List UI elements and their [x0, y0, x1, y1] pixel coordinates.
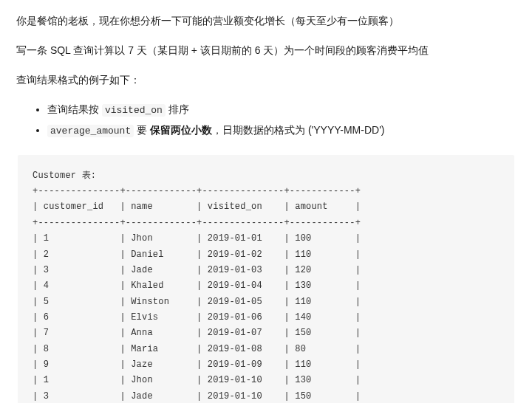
- list-item: average_amount 要 保留两位小数，日期数据的格式为 ('YYYY-…: [47, 121, 516, 140]
- problem-paragraph-1: 你是餐馆的老板，现在你想分析一下可能的营业额变化增长（每天至少有一位顾客）: [16, 12, 516, 31]
- bullet-text: ，日期数据的格式为 ('YYYY-MM-DD'): [212, 124, 385, 136]
- bullet-text: 查询结果按: [47, 103, 102, 115]
- list-item: 查询结果按 visited_on 排序: [47, 100, 516, 120]
- document-page: 你是餐馆的老板，现在你想分析一下可能的营业额变化增长（每天至少有一位顾客） 写一…: [0, 0, 532, 403]
- code-visited-on: visited_on: [102, 104, 166, 117]
- sql-example-block: Customer 表: +---------------+-----------…: [18, 155, 514, 403]
- requirements-list: 查询结果按 visited_on 排序 average_amount 要 保留两…: [16, 100, 516, 140]
- bullet-bold: 保留两位小数: [150, 124, 212, 136]
- problem-paragraph-3: 查询结果格式的例子如下：: [16, 71, 516, 90]
- bullet-text: 要: [134, 124, 150, 136]
- code-average-amount: average_amount: [47, 125, 134, 137]
- bullet-text: 排序: [166, 103, 189, 115]
- problem-paragraph-2: 写一条 SQL 查询计算以 7 天（某日期 + 该日期前的 6 天）为一个时间段…: [16, 41, 516, 61]
